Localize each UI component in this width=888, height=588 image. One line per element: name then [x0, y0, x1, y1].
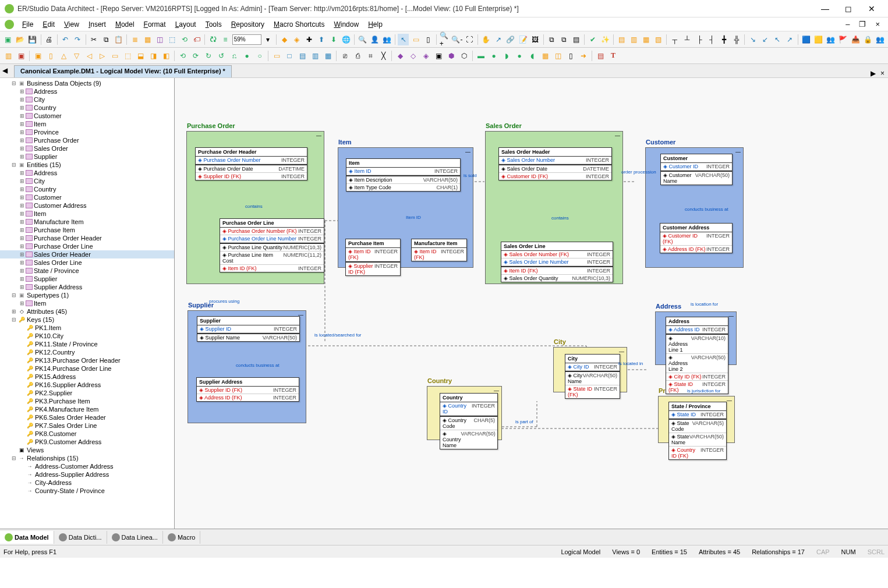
- tb2-26-icon[interactable]: ⎚: [339, 50, 351, 62]
- refresh-icon[interactable]: 🗘: [207, 34, 218, 45]
- entity-supplier[interactable]: Supplier◈ Supplier IDINTEGER◈ Supplier N…: [197, 316, 300, 342]
- menu-tools[interactable]: Tools: [201, 19, 227, 30]
- tb2-17-icon[interactable]: ↺: [215, 50, 227, 62]
- tree-item[interactable]: 🔑PK4.Manufacture Item: [0, 405, 174, 413]
- copy-icon[interactable]: ⧉: [101, 34, 112, 45]
- stack-icon[interactable]: ◈: [291, 34, 302, 45]
- minimize-button[interactable]: —: [813, 1, 837, 17]
- tree-item[interactable]: ⊟▣Entities (15): [0, 161, 174, 169]
- region-minimize-icon[interactable]: —: [727, 398, 732, 403]
- tb2-31-icon[interactable]: ◇: [407, 50, 419, 62]
- tree-item[interactable]: ▣Views: [0, 446, 174, 454]
- tb2-22-icon[interactable]: □: [284, 50, 295, 62]
- team-icon[interactable]: 👥: [381, 34, 392, 45]
- tb2-2-icon[interactable]: ▣: [15, 50, 27, 62]
- align2-icon[interactable]: ▥: [628, 34, 639, 45]
- open-icon[interactable]: 📂: [15, 34, 26, 45]
- tb2-16-icon[interactable]: ↻: [203, 50, 214, 62]
- region-minimize-icon[interactable]: —: [728, 313, 734, 319]
- zoom-in-icon[interactable]: 🔍+: [439, 34, 450, 45]
- tree-item[interactable]: ⊟▣Supertypes (1): [0, 291, 174, 299]
- note-icon[interactable]: 📝: [518, 34, 529, 45]
- tb2-20-icon[interactable]: ○: [254, 50, 266, 62]
- tree-item[interactable]: ⊞Customer: [0, 112, 174, 120]
- panel-tab-macro[interactable]: Macro: [163, 531, 201, 544]
- tree-item[interactable]: ⊞Item: [0, 210, 174, 218]
- tree-item[interactable]: 🔑PK16.Supplier Address: [0, 381, 174, 389]
- tree-item[interactable]: ⊟▣Business Data Objects (9): [0, 79, 174, 87]
- select-icon[interactable]: ↖: [398, 34, 409, 45]
- check-icon[interactable]: ✔: [587, 34, 598, 45]
- tb2-5-icon[interactable]: △: [58, 50, 69, 62]
- globe-icon[interactable]: 🌐: [341, 34, 352, 45]
- menu-repository[interactable]: Repository: [227, 19, 269, 30]
- cut-icon[interactable]: ✂: [89, 34, 100, 45]
- tb2-32-icon[interactable]: ◈: [420, 50, 431, 62]
- tree-item[interactable]: ⊞Manufacture Item: [0, 218, 174, 226]
- tree-item[interactable]: ⊞Supplier: [0, 153, 174, 161]
- users-icon[interactable]: 👥: [825, 34, 836, 45]
- fit-icon[interactable]: ⛶: [464, 34, 475, 45]
- tb2-4-icon[interactable]: ▯: [45, 50, 56, 62]
- region-minimize-icon[interactable]: —: [316, 133, 321, 139]
- tb2-28-icon[interactable]: ⌗: [365, 50, 376, 62]
- tree-item[interactable]: 🔑PK7.Sales Order Line: [0, 421, 174, 430]
- arrow-up-icon[interactable]: ⬆: [316, 34, 327, 45]
- tree-item[interactable]: 🔑PK12.Country: [0, 348, 174, 356]
- hand-icon[interactable]: ✋: [480, 34, 491, 45]
- entity-city[interactable]: City◈ City IDINTEGER◈ City NameVARCHAR(5…: [565, 354, 620, 399]
- tree-item[interactable]: ⊞City: [0, 177, 174, 185]
- menu-insert[interactable]: Insert: [84, 19, 111, 30]
- menu-edit[interactable]: Edit: [38, 19, 59, 30]
- entity-item[interactable]: Item◈ Item IDINTEGER◈ Item DescriptionVA…: [346, 158, 461, 192]
- compare-icon[interactable]: ◫: [154, 34, 165, 45]
- tb2-27-icon[interactable]: ⎙: [352, 50, 363, 62]
- tree-item[interactable]: ⊞Sales Order Header: [0, 250, 174, 258]
- zoom-dropdown-icon[interactable]: ▾: [263, 34, 274, 45]
- menu-window[interactable]: Window: [329, 19, 363, 30]
- rel1-icon[interactable]: ↘: [747, 34, 758, 45]
- diagram-canvas[interactable]: Purchase Order—Item—Sales Order—Customer…: [175, 78, 888, 529]
- tree-item[interactable]: ⊞Customer Address: [0, 201, 174, 210]
- tb2-8-icon[interactable]: ▷: [96, 50, 108, 62]
- entity-manufacture-item[interactable]: Manufacture Item◈ Item ID (FK)INTEGER: [411, 239, 467, 261]
- menu-layout[interactable]: Layout: [171, 19, 201, 30]
- tb2-text-icon[interactable]: T: [607, 50, 619, 62]
- menu-view[interactable]: View: [59, 19, 84, 30]
- new-icon[interactable]: ▣: [2, 34, 13, 45]
- inbox-icon[interactable]: 📥: [850, 34, 861, 45]
- tree-item[interactable]: 🔑PK13.Purchase Order Header: [0, 356, 174, 364]
- link-icon[interactable]: 🔗: [505, 34, 516, 45]
- tb2-19-icon[interactable]: ●: [241, 50, 253, 62]
- tb2-42-icon[interactable]: ◫: [552, 50, 564, 62]
- tree-item[interactable]: ⊞City: [0, 95, 174, 104]
- tree-item[interactable]: ⊞Sales Order: [0, 144, 174, 153]
- tb2-34-icon[interactable]: ⬢: [445, 50, 457, 62]
- tree-item[interactable]: ⊞Address: [0, 169, 174, 177]
- copy4-icon[interactable]: ▤: [571, 34, 582, 45]
- color2-icon[interactable]: 🟨: [813, 34, 824, 45]
- group-icon[interactable]: 👥: [875, 34, 886, 45]
- tag-icon[interactable]: 🏷: [191, 34, 202, 45]
- tree-item[interactable]: 🔑PK9.Customer Address: [0, 438, 174, 446]
- region-minimize-icon[interactable]: —: [465, 149, 470, 155]
- copy3-icon[interactable]: ⧉: [558, 34, 569, 45]
- ptr-icon[interactable]: ↗: [493, 34, 504, 45]
- tb2-40-icon[interactable]: ◖: [526, 50, 538, 62]
- tree-item[interactable]: ⊞Purchase Order Header: [0, 234, 174, 242]
- tree-item[interactable]: 🔑PK6.Sales Order Header: [0, 413, 174, 421]
- tb2-6-icon[interactable]: ▽: [70, 50, 82, 62]
- align3-icon[interactable]: ▦: [641, 34, 652, 45]
- menu-help[interactable]: Help: [363, 19, 387, 30]
- tree-item[interactable]: 🔑PK3.Purchase Item: [0, 397, 174, 405]
- tb2-15-icon[interactable]: ⟳: [190, 50, 201, 62]
- tb2-12-icon[interactable]: ◨: [147, 50, 159, 62]
- tb2-35-icon[interactable]: ⬡: [458, 50, 470, 62]
- wand-icon[interactable]: ✨: [599, 34, 610, 45]
- tree6-icon[interactable]: ╬: [731, 34, 742, 45]
- rel2-icon[interactable]: ↙: [759, 34, 770, 45]
- menu-macro-shortcuts[interactable]: Macro Shortcuts: [269, 19, 329, 30]
- print-icon[interactable]: 🖨: [43, 34, 54, 45]
- tree-item[interactable]: ⊞Country: [0, 104, 174, 112]
- lock-icon[interactable]: 🔒: [862, 34, 873, 45]
